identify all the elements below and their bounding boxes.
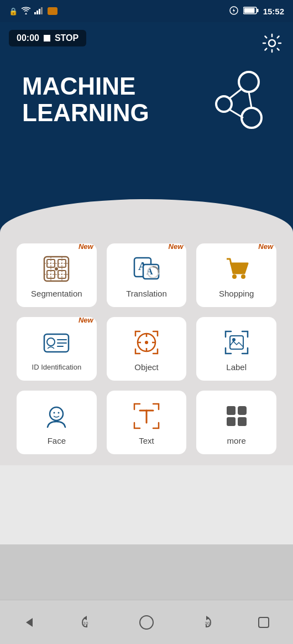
svg-text:30: 30 [205, 621, 210, 626]
svg-point-8 [269, 40, 275, 46]
segmentation-icon [42, 255, 71, 283]
wifi-icon [21, 7, 31, 16]
translation-label: Translation [126, 289, 167, 298]
back-button[interactable] [15, 609, 43, 636]
face-item[interactable]: Face [17, 391, 97, 454]
status-left: 🔒 [9, 7, 57, 16]
lock-icon: 🔒 [9, 7, 18, 15]
label-item[interactable]: Label [196, 317, 276, 381]
svg-rect-6 [257, 9, 258, 12]
square-button[interactable] [250, 609, 278, 636]
svg-rect-53 [238, 417, 247, 426]
text-label: Text [139, 436, 154, 445]
object-icon [132, 328, 161, 357]
timer-display: 00:00 [17, 33, 39, 43]
home-button[interactable] [133, 609, 160, 636]
new-badge-shopping: New [258, 242, 273, 251]
svg-point-10 [216, 96, 232, 112]
label-label: Label [226, 362, 247, 372]
id-icon [42, 329, 71, 357]
svg-rect-51 [238, 406, 247, 415]
svg-marker-54 [26, 618, 33, 627]
svg-point-20 [55, 267, 58, 271]
svg-rect-2 [39, 9, 40, 14]
ml-icon [193, 60, 271, 139]
rewind-button[interactable]: 10 [74, 609, 102, 636]
object-item[interactable]: Object [107, 317, 187, 381]
svg-point-38 [145, 341, 148, 344]
svg-point-47 [58, 412, 60, 414]
status-bar: 🔒 [0, 0, 293, 22]
settings-button[interactable] [260, 31, 284, 55]
header-title: MACHINE LEARNING [22, 73, 149, 127]
timer-button[interactable]: 00:00 STOP [9, 30, 86, 46]
svg-rect-7 [244, 8, 254, 13]
svg-rect-3 [41, 7, 43, 14]
svg-line-12 [229, 89, 242, 98]
label-icon [222, 328, 251, 357]
new-badge-segmentation: New [79, 242, 93, 251]
translation-item[interactable]: New A A Translation [107, 243, 187, 307]
svg-text:10: 10 [83, 621, 88, 626]
svg-point-31 [241, 274, 245, 279]
grid-section: New Segmentation New [0, 232, 293, 465]
stop-label: STOP [55, 33, 79, 43]
svg-point-30 [232, 274, 237, 279]
forward-button[interactable]: 30 [191, 609, 219, 636]
svg-rect-0 [34, 12, 36, 14]
new-badge-id: New [79, 316, 93, 324]
status-right: 15:52 [229, 6, 284, 17]
svg-point-46 [54, 412, 55, 414]
id-identification-label: ID Identification [32, 363, 82, 371]
svg-rect-60 [259, 617, 269, 627]
new-badge-translation: New [169, 242, 184, 251]
features-grid: New Segmentation New [17, 243, 276, 454]
header: 00:00 STOP MACHINE LEARNING [0, 22, 293, 199]
shopping-icon [222, 255, 251, 283]
svg-line-14 [229, 110, 243, 118]
svg-rect-52 [227, 417, 236, 426]
more-icon [222, 402, 251, 430]
svg-marker-55 [83, 616, 87, 620]
charging-icon [229, 6, 239, 17]
gray-spacer [0, 544, 293, 600]
svg-point-44 [232, 338, 236, 341]
svg-rect-1 [36, 11, 38, 14]
text-icon [132, 402, 161, 430]
svg-point-45 [50, 407, 63, 420]
svg-point-57 [140, 616, 153, 629]
time-display: 15:52 [263, 7, 284, 16]
shopping-item[interactable]: New Shopping [196, 243, 276, 307]
stop-icon [44, 35, 50, 41]
wave-divider [0, 199, 293, 232]
face-label: Face [48, 436, 66, 445]
more-label: more [227, 436, 246, 445]
segmentation-item[interactable]: New Segmentation [17, 243, 97, 307]
battery-icon [243, 7, 259, 16]
svg-point-11 [242, 108, 261, 128]
face-icon [42, 402, 71, 430]
signal-icon [34, 7, 44, 16]
translation-icon: A A [132, 255, 161, 283]
text-item[interactable]: Text [107, 391, 187, 454]
shopping-label: Shopping [219, 289, 254, 298]
svg-marker-58 [206, 616, 210, 620]
segmentation-label: Segmentation [31, 289, 82, 298]
bottom-nav: 10 30 [0, 600, 293, 644]
more-item[interactable]: more [196, 391, 276, 454]
svg-rect-50 [227, 406, 236, 415]
object-label: Object [134, 362, 158, 372]
id-identification-item[interactable]: New ID Identification [17, 317, 97, 381]
orange-icon [48, 7, 57, 15]
svg-line-13 [249, 92, 252, 108]
